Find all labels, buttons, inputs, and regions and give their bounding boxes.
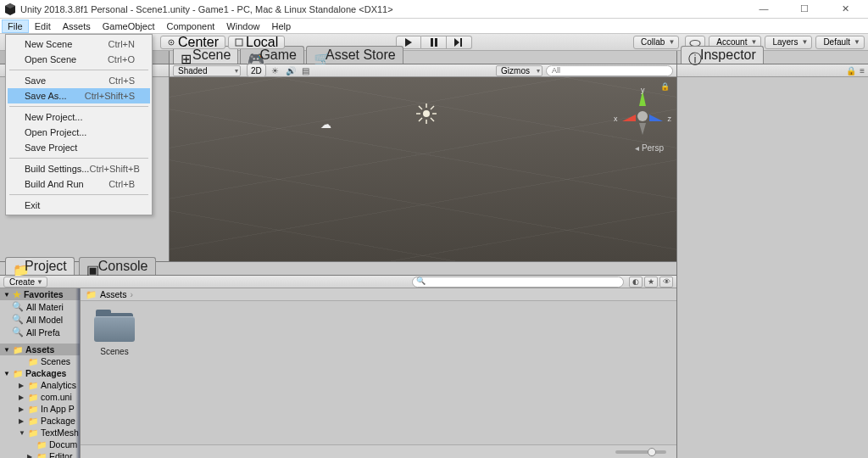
svg-line-16 [419,106,422,109]
menu-file[interactable]: File [2,20,29,33]
svg-marker-5 [454,38,459,47]
tab-inspector[interactable]: ⓘInspector [681,46,764,64]
scene-viewport[interactable]: ☁ 🔒 y x z Persp [170,77,676,261]
tree-scenes[interactable]: 📁Scenes [0,355,80,367]
tree-package[interactable]: ▶📁Package [0,415,80,427]
inspector-icon: ⓘ [688,51,698,60]
layers-dropdown[interactable]: Layers▼ [765,36,812,49]
scene-search-input[interactable] [546,65,673,76]
scene-audio-icon[interactable]: 🔊 [285,66,297,75]
thumbnail-size-slider[interactable] [615,450,666,454]
menu-save-project[interactable]: Save Project [8,140,150,155]
unity-logo-icon [3,3,17,16]
game-icon: 🎮 [248,51,257,60]
menu-open-scene[interactable]: Open SceneCtrl+O [8,52,150,67]
svg-marker-24 [639,123,646,135]
menu-exit[interactable]: Exit [8,198,150,213]
tab-asset-store[interactable]: 🛒Asset Store [306,46,403,64]
window-titlebar: Unity 2018.3.8f1 Personal - Scene1.unity… [0,0,868,19]
pivot-center-icon [167,38,175,47]
svg-line-18 [431,106,434,109]
gizmos-dropdown[interactable]: Gizmos [496,65,542,76]
inspector-lock-icon[interactable]: 🔒 [846,66,856,75]
svg-rect-3 [431,38,433,47]
project-tree: ▼★Favorites 🔍All Materi 🔍All Model 🔍All … [0,288,81,458]
menu-window[interactable]: Window [220,20,265,33]
tab-console[interactable]: ▣Console [79,257,156,275]
project-filter-icon[interactable]: ◐ [629,276,643,288]
asset-folder-scenes[interactable]: Scenes [89,310,140,356]
tree-com-unity[interactable]: ▶📁com.uni [0,391,80,403]
menu-new-project[interactable]: New Project... [8,109,150,125]
axis-y-label: y [641,86,645,94]
packages-header[interactable]: ▼📁Packages [0,367,80,379]
axis-z-label: z [668,114,672,123]
project-breadcrumb[interactable]: 📁Assets› [81,288,676,301]
svg-line-17 [431,118,434,121]
svg-point-20 [637,111,648,121]
layout-dropdown[interactable]: Default▼ [815,36,865,49]
fav-all-prefabs[interactable]: 🔍All Prefa [0,326,80,338]
project-icon: 📁 [13,262,22,271]
menu-open-project[interactable]: Open Project... [8,125,150,140]
menu-build-and-run[interactable]: Build And RunCtrl+B [8,176,150,192]
asset-store-icon: 🛒 [314,51,323,60]
scene-fx-icon[interactable]: ▤ [300,66,312,75]
menu-assets[interactable]: Assets [57,20,97,33]
svg-marker-23 [649,114,663,121]
shading-mode-dropdown[interactable]: Shaded [173,65,241,76]
pivot-center-button[interactable]: Center [160,36,225,49]
tree-in-app[interactable]: ▶📁In App P [0,403,80,415]
pivot-local-button[interactable]: Local [228,36,285,49]
menu-new-scene[interactable]: New SceneCtrl+N [8,36,150,52]
svg-point-9 [170,42,172,43]
svg-marker-22 [622,114,636,121]
svg-point-11 [423,110,430,117]
tab-project[interactable]: 📁Project [5,257,75,275]
window-close-button[interactable]: ✕ [832,3,858,14]
svg-rect-10 [236,39,242,46]
window-title: Unity 2018.3.8f1 Personal - Scene1.unity… [20,4,393,14]
project-panel: 📁Project ▣Console Create▼ ◐ ★ 👁 ▼★Favori… [0,261,676,458]
project-favorite-icon[interactable]: ★ [644,276,658,288]
step-button[interactable] [447,36,472,49]
pivot-local-icon [235,38,243,47]
scene-lighting-icon[interactable]: ☀ [270,66,281,75]
menu-bar: File Edit Assets GameObject Component Wi… [0,19,868,34]
project-hidden-icon[interactable]: 👁 [659,276,673,288]
cloud-icon: ☁ [320,118,331,131]
menu-save-as[interactable]: Save As...Ctrl+Shift+S [8,88,150,103]
project-search-input[interactable] [412,276,624,288]
inspector-menu-icon[interactable]: ≡ [860,66,865,75]
scene-toolbar: Shaded 2D ☀ 🔊 ▤ Gizmos [170,64,676,77]
projection-label[interactable]: Persp [635,143,664,153]
tree-textmesh[interactable]: ▼📁TextMesh [0,427,80,438]
file-menu-dropdown: New SceneCtrl+N Open SceneCtrl+O SaveCtr… [5,34,153,215]
project-create-dropdown[interactable]: Create▼ [3,276,47,288]
tree-editor[interactable]: ▶📁Editor [0,450,80,458]
tree-analytics[interactable]: ▶📁Analytics [0,379,80,391]
fav-all-models[interactable]: 🔍All Model [0,313,80,326]
pause-button[interactable] [421,36,447,49]
favorites-header[interactable]: ▼★Favorites [0,288,80,300]
menu-edit[interactable]: Edit [29,20,57,33]
menu-build-settings[interactable]: Build Settings...Ctrl+Shift+B [8,161,150,176]
window-maximize-button[interactable]: ☐ [792,3,817,14]
scene-panel: ⊞Scene 🎮Game 🛒Asset Store Shaded 2D ☀ 🔊 … [170,51,676,261]
folder-icon [94,310,135,344]
fav-all-materials[interactable]: 🔍All Materi [0,300,80,313]
window-minimize-button[interactable]: — [751,3,776,14]
menu-component[interactable]: Component [160,20,220,33]
scene-2d-toggle[interactable]: 2D [247,64,266,77]
assets-header[interactable]: ▼📁Assets [0,344,80,355]
collab-dropdown[interactable]: Collab▼ [633,36,679,49]
menu-help[interactable]: Help [265,20,297,33]
sun-light-icon [415,103,437,125]
menu-gameobject[interactable]: GameObject [97,20,161,33]
folder-icon: 📁 [86,289,97,300]
orientation-gizmo[interactable]: y x z [617,87,668,138]
play-controls [396,36,472,49]
menu-save[interactable]: SaveCtrl+S [8,73,150,88]
scene-icon: ⊞ [181,51,190,60]
tree-docum[interactable]: 📁Docum [0,438,80,450]
